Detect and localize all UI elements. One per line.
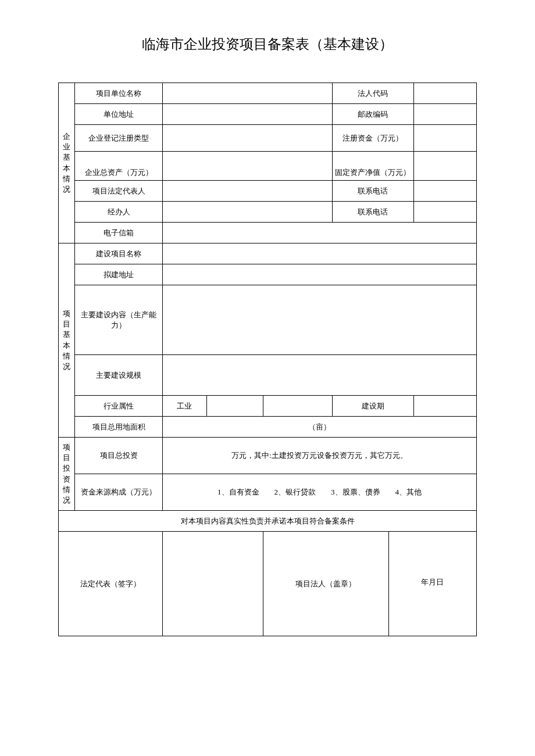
label-date: 年月日	[388, 532, 476, 636]
input-phone2[interactable]	[414, 202, 477, 223]
page-title: 临海市企业投资项目备案表（基本建设）	[58, 35, 477, 53]
input-handler[interactable]	[163, 202, 333, 223]
input-main-scale[interactable]	[163, 355, 477, 396]
section-investment-info: 项目投资情况	[59, 438, 75, 511]
input-proposed-addr[interactable]	[163, 264, 477, 285]
input-reg-capital[interactable]	[414, 125, 477, 152]
label-reg-type: 企业登记注册类型	[75, 125, 163, 152]
label-total-assets: 企业总资产（万元）	[75, 152, 163, 181]
label-main-scale: 主要建设规模	[75, 355, 163, 396]
label-industry-type: 工业	[163, 396, 207, 417]
input-postcode[interactable]	[414, 104, 477, 125]
input-industry-1[interactable]	[206, 396, 263, 417]
label-total-investment: 项目总投资	[75, 438, 163, 474]
input-industry-2[interactable]	[263, 396, 332, 417]
input-email[interactable]	[163, 223, 477, 243]
label-fixed-assets: 固定资产净值（万元）	[332, 152, 413, 181]
input-unit-name[interactable]	[163, 83, 333, 104]
input-total-assets[interactable]	[163, 152, 333, 181]
form-table: 企业基本情况 项目单位名称 法人代码 单位地址 邮政编码 企业登记注册类型 注册…	[58, 83, 477, 636]
label-proposed-addr: 拟建地址	[75, 264, 163, 285]
input-fixed-assets[interactable]	[414, 152, 477, 181]
input-reg-type[interactable]	[163, 125, 333, 152]
label-legal-code: 法人代码	[332, 83, 413, 104]
input-legal-code[interactable]	[414, 83, 477, 104]
label-industry: 行业属性	[75, 396, 163, 417]
text-fund-options: 1、自有资金 2、银行贷款 3、股票、债券 4、其他	[163, 474, 477, 511]
label-unit-name: 项目单位名称	[75, 83, 163, 104]
label-reg-capital: 注册资金（万元）	[332, 125, 413, 152]
input-legal-rep[interactable]	[163, 181, 333, 202]
label-email: 电子信箱	[75, 223, 163, 243]
label-legal-rep: 项目法定代表人	[75, 181, 163, 202]
label-postcode: 邮政编码	[332, 104, 413, 125]
text-investment-detail: 万元，其中:土建投资万元设备投资万元，其它万元。	[163, 438, 477, 474]
label-phone1: 联系电话	[332, 181, 413, 202]
section-enterprise-info: 企业基本情况	[59, 83, 75, 243]
input-construction-period[interactable]	[414, 396, 477, 417]
label-fund-source: 资金来源构成（万元）	[75, 474, 163, 511]
input-project-name[interactable]	[163, 243, 477, 264]
commitment-statement: 对本项目内容真实性负责并承诺本项目符合备案条件	[59, 511, 477, 532]
label-address: 单位地址	[75, 104, 163, 125]
input-phone1[interactable]	[414, 181, 477, 202]
input-address[interactable]	[163, 104, 333, 125]
label-phone2: 联系电话	[332, 202, 413, 223]
label-land-area: 项目总用地面积	[75, 417, 163, 438]
label-project-name: 建设项目名称	[75, 243, 163, 264]
input-main-content[interactable]	[163, 285, 477, 355]
input-legal-rep-sign[interactable]	[163, 532, 263, 636]
label-main-content: 主要建设内容（生产能力）	[75, 285, 163, 355]
label-handler: 经办人	[75, 202, 163, 223]
label-construction-period: 建设期	[332, 396, 413, 417]
section-project-info: 项目基本情况	[59, 243, 75, 438]
label-legal-rep-sign: 法定代表（签字）	[59, 532, 163, 636]
label-land-unit: （亩）	[163, 417, 477, 438]
label-legal-person-seal: 项目法人（盖章）	[263, 532, 388, 636]
